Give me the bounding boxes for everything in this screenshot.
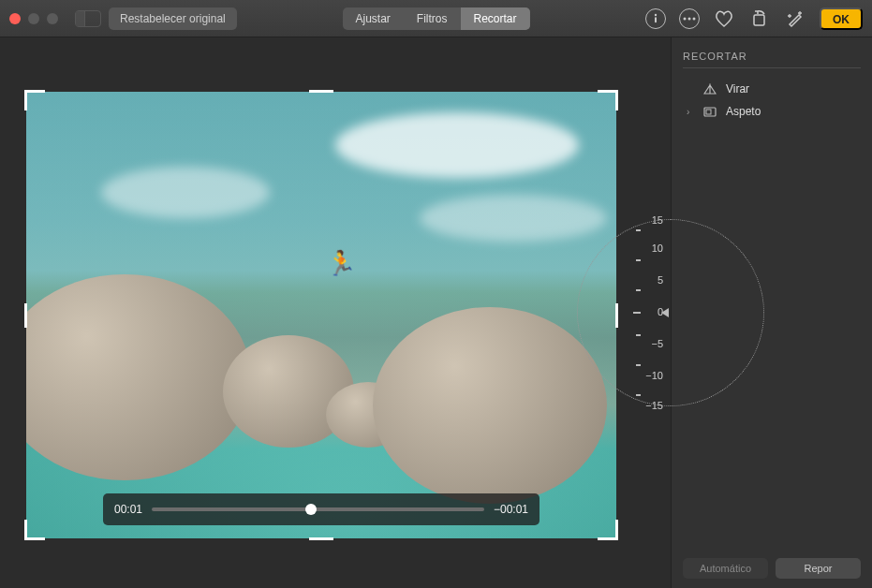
dial-label: −5 [639,338,663,349]
crop-handle-left[interactable] [24,303,27,328]
edit-mode-segments: Ajustar Filtros Recortar [342,7,529,30]
more-icon[interactable] [679,8,700,29]
dial-label: −15 [639,400,663,411]
auto-enhance-icon[interactable] [784,7,806,30]
workspace: 🏃 00:01 −00:01 15 10 5 0 −5 [0,37,872,588]
dial-label: 0 [639,306,663,317]
segment-filters[interactable]: Filtros [404,7,461,30]
svg-rect-1 [655,17,657,22]
crop-handle-top-right[interactable] [598,90,618,110]
aspect-icon [703,107,717,117]
svg-rect-7 [706,110,711,114]
sidebar-toggle-icon[interactable] [75,10,101,27]
segment-crop[interactable]: Recortar [461,7,530,30]
crop-handle-bottom-right[interactable] [598,520,618,540]
remaining-time-label: −00:01 [494,503,528,516]
svg-point-3 [688,17,691,20]
close-window-button[interactable] [9,13,21,24]
svg-point-4 [693,17,696,20]
svg-point-0 [655,13,657,15]
sidebar-item-label: Virar [726,82,749,96]
playback-knob[interactable] [305,504,317,515]
flip-icon [703,83,717,95]
segment-adjust[interactable]: Ajustar [342,7,403,30]
dial-label: 5 [639,274,663,286]
done-ok-button[interactable]: OK [820,7,863,30]
elapsed-time-label: 00:01 [114,503,142,516]
dial-pointer-icon [661,308,669,317]
canvas-area: 🏃 00:01 −00:01 15 10 5 0 −5 [0,37,671,588]
fullscreen-window-button[interactable] [47,13,58,24]
video-playback-bar: 00:01 −00:01 [103,493,539,525]
dial-arc [577,219,764,406]
window-controls [9,13,58,24]
crop-handle-top-left[interactable] [24,90,45,110]
info-icon[interactable] [645,8,666,29]
sidebar-section-title: RECORTAR [683,51,861,68]
crop-handle-bottom[interactable] [309,537,333,540]
reset-original-button[interactable]: Restabelecer original [109,7,237,30]
toolbar-right-tools: OK [645,7,863,30]
photo-preview: 🏃 [26,92,616,538]
sidebar-item-flip[interactable]: › Virar [683,78,861,100]
straighten-dial[interactable]: 15 10 5 0 −5 −10 −15 [609,214,665,411]
sidebar-item-aspect[interactable]: › Aspeto [683,100,861,123]
dial-label: 15 [639,214,663,226]
sidebar-footer: Automático Repor [683,558,861,579]
crop-frame[interactable]: 🏃 00:01 −00:01 [26,92,616,538]
crop-handle-top[interactable] [309,90,333,93]
svg-point-2 [684,17,687,20]
dial-label: −10 [639,370,663,381]
rotate-icon[interactable] [748,7,771,30]
auto-crop-button[interactable]: Automático [683,558,768,579]
minimize-window-button[interactable] [28,13,39,24]
person-silhouette: 🏃 [326,249,356,278]
reset-crop-button[interactable]: Repor [776,558,861,579]
svg-rect-5 [754,15,764,25]
chevron-right-icon: › [687,107,694,117]
crop-handle-bottom-left[interactable] [24,520,45,540]
sidebar-item-label: Aspeto [726,105,761,118]
titlebar: Restabelecer original Ajustar Filtros Re… [0,0,872,37]
dial-label: 10 [639,243,663,254]
favorite-heart-icon[interactable] [713,7,735,30]
playback-scrubber[interactable] [152,507,484,511]
